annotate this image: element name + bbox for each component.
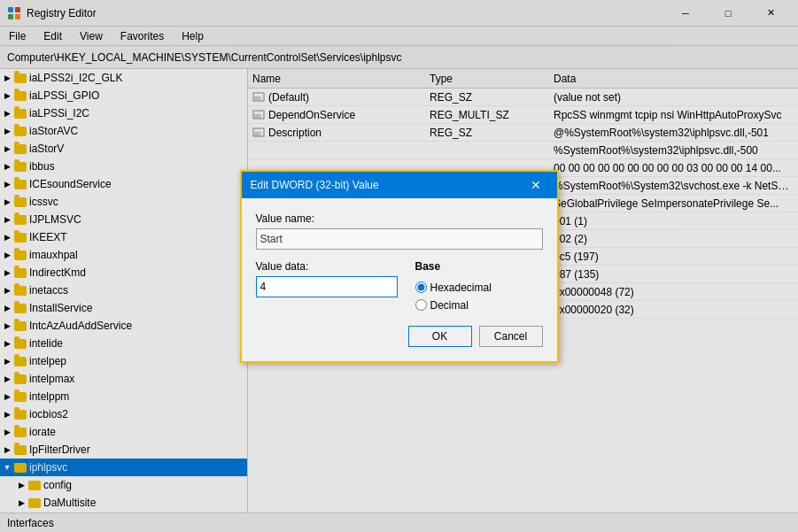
decimal-label[interactable]: Decimal <box>430 299 469 312</box>
hexadecimal-label[interactable]: Hexadecimal <box>430 281 492 294</box>
value-data-input[interactable] <box>256 276 398 297</box>
value-name-label: Value name: <box>256 212 543 225</box>
hexadecimal-radio[interactable] <box>415 281 427 293</box>
dialog-buttons: OK Cancel <box>256 326 543 347</box>
radio-decimal[interactable]: Decimal <box>415 299 492 312</box>
dialog-title: Edit DWORD (32-bit) Value <box>251 179 523 191</box>
edit-dword-dialog: Edit DWORD (32-bit) Value ✕ Value name: … <box>240 170 559 363</box>
dialog-overlay: Edit DWORD (32-bit) Value ✕ Value name: … <box>0 0 798 532</box>
value-data-label: Value data: <box>256 260 398 273</box>
ok-button[interactable]: OK <box>408 326 472 347</box>
value-data-section: Value data: <box>256 260 398 312</box>
decimal-radio[interactable] <box>415 299 427 311</box>
base-label: Base <box>415 260 492 273</box>
cancel-button[interactable]: Cancel <box>479 326 543 347</box>
dialog-title-bar: Edit DWORD (32-bit) Value ✕ <box>242 172 557 198</box>
dialog-data-row: Value data: Base Hexadecimal Decimal <box>256 260 543 312</box>
value-name-input[interactable] <box>256 228 543 250</box>
radio-hexadecimal[interactable]: Hexadecimal <box>415 281 492 294</box>
dialog-close-button[interactable]: ✕ <box>523 174 548 196</box>
base-group: Base Hexadecimal Decimal <box>415 260 492 312</box>
dialog-body: Value name: Value data: Base Hexadeci <box>242 198 557 361</box>
window-chrome: Registry Editor ─ □ ✕ File Edit View Fav… <box>0 0 798 532</box>
